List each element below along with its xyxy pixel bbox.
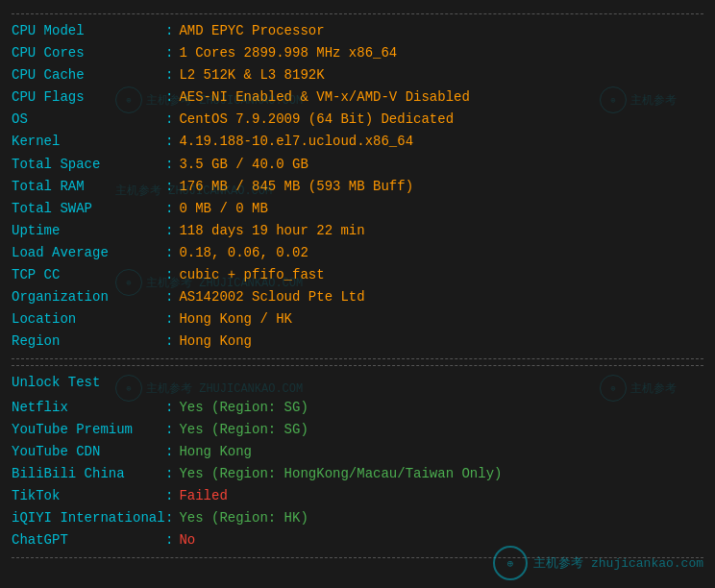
- row-cpu-model: CPU Model : AMD EPYC Processor: [12, 20, 703, 42]
- label-total-ram: Total RAM: [12, 176, 165, 198]
- row-youtube-premium: YouTube Premium : Yes (Region: SG): [12, 419, 703, 441]
- label-cpu-cache: CPU Cache: [12, 64, 165, 86]
- label-organization: Organization: [12, 286, 165, 308]
- label-total-swap: Total SWAP: [12, 198, 165, 220]
- row-tiktok: TikTok : Failed: [12, 485, 703, 507]
- value-location: Hong Kong / HK: [179, 308, 292, 331]
- middle-divider-1: [12, 358, 703, 359]
- label-iqiyi: iQIYI International: [12, 507, 165, 529]
- row-bilibili: BiliBili China : Yes (Region: HongKong/M…: [12, 463, 703, 485]
- row-load-avg: Load Average : 0.18, 0.06, 0.02: [12, 242, 703, 264]
- value-iqiyi: Yes (Region: HK): [179, 507, 308, 529]
- value-cpu-cores: 1 Cores 2899.998 MHz x86_64: [179, 42, 397, 64]
- value-tiktok: Failed: [179, 485, 227, 507]
- label-netflix: Netflix: [12, 397, 165, 419]
- value-os: CentOS 7.9.2009 (64 Bit) Dedicated: [179, 109, 454, 131]
- logo-circle: ⊕: [493, 546, 528, 580]
- value-kernel: 4.19.188-10.el7.ucloud.x86_64: [179, 131, 413, 153]
- main-container: CPU Model : AMD EPYC Processor CPU Cores…: [0, 0, 715, 572]
- system-section: CPU Model : AMD EPYC Processor CPU Cores…: [12, 20, 703, 353]
- row-total-space: Total Space : 3.5 GB / 40.0 GB: [12, 154, 703, 176]
- bottom-bar: ⊕ 主机参考 zhujicankao.com: [493, 546, 703, 580]
- row-cpu-cores: CPU Cores : 1 Cores 2899.998 MHz x86_64: [12, 42, 703, 64]
- value-load-avg: 0.18, 0.06, 0.02: [179, 242, 308, 264]
- label-total-space: Total Space: [12, 154, 165, 176]
- label-kernel: Kernel: [12, 131, 165, 153]
- label-uptime: Uptime: [12, 220, 165, 242]
- value-uptime: 118 days 19 hour 22 min: [179, 220, 364, 242]
- row-netflix: Netflix : Yes (Region: SG): [12, 397, 703, 419]
- value-tcp-cc: cubic + pfifo_fast: [179, 264, 324, 286]
- label-chatgpt: ChatGPT: [12, 529, 165, 551]
- row-total-ram: Total RAM : 176 MB / 845 MB (593 MB Buff…: [12, 176, 703, 198]
- row-youtube-cdn: YouTube CDN : Hong Kong: [12, 441, 703, 463]
- label-cpu-flags: CPU Flags: [12, 86, 165, 109]
- label-os: OS: [12, 109, 165, 131]
- row-tcp-cc: TCP CC : cubic + pfifo_fast: [12, 264, 703, 286]
- value-bilibili: Yes (Region: HongKong/Macau/Taiwan Only): [179, 463, 502, 485]
- label-region: Region: [12, 331, 165, 353]
- row-kernel: Kernel : 4.19.188-10.el7.ucloud.x86_64: [12, 131, 703, 153]
- label-youtube-premium: YouTube Premium: [12, 419, 165, 441]
- label-youtube-cdn: YouTube CDN: [12, 441, 165, 463]
- row-cpu-flags: CPU Flags : AES-NI Enabled & VM-x/AMD-V …: [12, 86, 703, 109]
- label-cpu-cores: CPU Cores: [12, 42, 165, 64]
- value-chatgpt: No: [179, 529, 195, 551]
- row-total-swap: Total SWAP : 0 MB / 0 MB: [12, 198, 703, 220]
- label-tcp-cc: TCP CC: [12, 264, 165, 286]
- label-cpu-model: CPU Model: [12, 20, 165, 42]
- value-region: Hong Kong: [179, 331, 252, 353]
- unlock-section: Unlock Test Netflix : Yes (Region: SG) Y…: [12, 372, 703, 551]
- bottom-logo-text: 主机参考 zhujicankao.com: [533, 554, 703, 572]
- value-cpu-model: AMD EPYC Processor: [179, 20, 324, 42]
- row-organization: Organization : AS142002 Scloud Pte Ltd: [12, 286, 703, 308]
- value-cpu-cache: L2 512K & L3 8192K: [179, 64, 324, 86]
- value-cpu-flags: AES-NI Enabled & VM-x/AMD-V Disabled: [179, 86, 469, 109]
- label-load-avg: Load Average: [12, 242, 165, 264]
- row-location: Location : Hong Kong / HK: [12, 308, 703, 331]
- value-netflix: Yes (Region: SG): [179, 397, 308, 419]
- value-organization: AS142002 Scloud Pte Ltd: [179, 286, 364, 308]
- row-uptime: Uptime : 118 days 19 hour 22 min: [12, 220, 703, 242]
- row-cpu-cache: CPU Cache : L2 512K & L3 8192K: [12, 64, 703, 86]
- value-total-space: 3.5 GB / 40.0 GB: [179, 154, 308, 176]
- value-youtube-cdn: Hong Kong: [179, 441, 252, 463]
- label-unlock-test: Unlock Test: [12, 372, 165, 394]
- label-bilibili: BiliBili China: [12, 463, 165, 485]
- value-total-swap: 0 MB / 0 MB: [179, 198, 267, 220]
- row-unlock-title: Unlock Test: [12, 372, 703, 396]
- value-total-ram: 176 MB / 845 MB (593 MB Buff): [179, 176, 413, 198]
- middle-divider-2: [12, 365, 703, 366]
- row-iqiyi: iQIYI International : Yes (Region: HK): [12, 507, 703, 529]
- label-location: Location: [12, 308, 165, 331]
- label-tiktok: TikTok: [12, 485, 165, 507]
- row-region: Region : Hong Kong: [12, 331, 703, 353]
- top-divider: [12, 13, 703, 14]
- value-youtube-premium: Yes (Region: SG): [179, 419, 308, 441]
- row-os: OS : CentOS 7.9.2009 (64 Bit) Dedicated: [12, 109, 703, 131]
